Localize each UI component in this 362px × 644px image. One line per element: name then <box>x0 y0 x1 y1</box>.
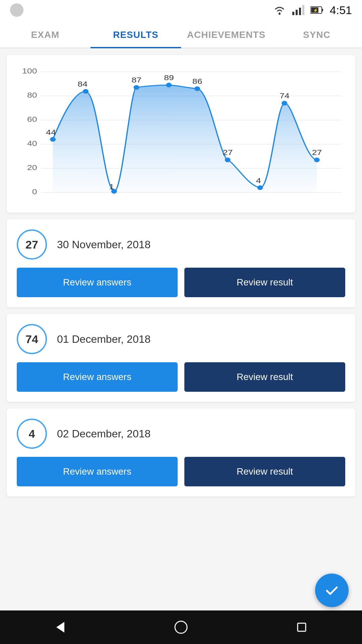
svg-point-22 <box>175 621 187 633</box>
status-bar: ⚡ 4:51 <box>0 0 362 20</box>
svg-text:0: 0 <box>32 187 37 196</box>
review-answers-button-0[interactable]: Review answers <box>17 268 178 297</box>
chart-container: 0 20 40 60 80 100 <box>17 65 345 206</box>
chart-label-8: 74 <box>280 92 290 100</box>
svg-text:80: 80 <box>27 91 37 99</box>
svg-rect-4 <box>302 5 304 15</box>
tab-achievements[interactable]: ACHIEVEMENTS <box>181 20 272 48</box>
review-answers-button-2[interactable]: Review answers <box>17 457 178 486</box>
main-content: 0 20 40 60 80 100 <box>0 48 362 543</box>
score-circle-1: 74 <box>17 324 47 354</box>
chart-label-5: 86 <box>192 77 202 85</box>
chart-point-6 <box>225 158 231 162</box>
chart-point-0 <box>50 137 56 142</box>
chart-label-3: 87 <box>131 76 141 84</box>
chart-point-7 <box>257 185 263 190</box>
review-result-button-2[interactable]: Review result <box>184 457 345 486</box>
back-icon <box>54 621 67 634</box>
signal-dot <box>10 3 23 17</box>
status-time: 4:51 <box>330 4 352 17</box>
chart-point-3 <box>133 85 139 90</box>
chart-label-9: 27 <box>312 148 322 156</box>
result-card-2: 4 02 December, 2018 Review answers Revie… <box>7 409 355 496</box>
result-buttons-0: Review answers Review result <box>17 268 345 297</box>
chart-point-5 <box>194 86 200 91</box>
fab-check[interactable] <box>315 574 349 607</box>
battery-icon: ⚡ <box>310 6 324 14</box>
svg-text:40: 40 <box>27 139 37 147</box>
result-header-1: 74 01 December, 2018 <box>17 324 345 354</box>
tab-exam[interactable]: EXAM <box>0 20 90 48</box>
chart-label-2: 1 <box>109 182 114 191</box>
chart-label-0: 44 <box>46 128 56 136</box>
chart-point-8 <box>282 101 287 106</box>
chart-point-1 <box>83 89 88 94</box>
chart-card: 0 20 40 60 80 100 <box>7 55 355 213</box>
chart-label-4: 89 <box>164 73 174 82</box>
result-card-0: 27 30 November, 2018 Review answers Revi… <box>7 219 355 307</box>
review-result-button-1[interactable]: Review result <box>184 362 345 392</box>
svg-text:20: 20 <box>27 163 37 171</box>
svg-text:⚡: ⚡ <box>313 8 318 13</box>
svg-rect-2 <box>296 10 298 15</box>
back-button[interactable] <box>50 617 70 637</box>
svg-rect-6 <box>322 9 323 11</box>
result-buttons-1: Review answers Review result <box>17 362 345 392</box>
result-date-0: 30 November, 2018 <box>57 238 150 251</box>
home-icon <box>174 620 188 635</box>
svg-rect-3 <box>299 8 301 15</box>
wifi-icon <box>273 5 286 15</box>
chart-label-6: 27 <box>223 148 233 156</box>
result-header-0: 27 30 November, 2018 <box>17 229 345 260</box>
score-circle-0: 27 <box>17 229 47 260</box>
tab-results[interactable]: RESULTS <box>90 20 181 48</box>
review-answers-button-1[interactable]: Review answers <box>17 362 178 392</box>
chart-point-4 <box>166 83 172 88</box>
chart-label-7: 4 <box>256 176 261 184</box>
tab-sync[interactable]: SYNC <box>272 20 362 48</box>
check-icon <box>323 582 340 599</box>
review-result-button-0[interactable]: Review result <box>184 268 345 297</box>
result-header-2: 4 02 December, 2018 <box>17 419 345 449</box>
svg-text:100: 100 <box>22 67 37 75</box>
chart-label-1: 84 <box>77 80 87 88</box>
result-date-2: 02 December, 2018 <box>57 428 150 440</box>
result-date-1: 01 December, 2018 <box>57 333 150 345</box>
result-buttons-2: Review answers Review result <box>17 457 345 486</box>
svg-rect-1 <box>292 12 294 15</box>
line-chart: 0 20 40 60 80 100 <box>17 65 345 206</box>
top-nav: EXAM RESULTS ACHIEVEMENTS SYNC <box>0 20 362 48</box>
signal-icon <box>292 5 304 15</box>
recent-button[interactable] <box>292 617 312 637</box>
score-circle-2: 4 <box>17 419 47 449</box>
svg-text:60: 60 <box>27 115 37 123</box>
svg-point-0 <box>279 13 281 15</box>
recent-icon <box>296 621 308 633</box>
svg-rect-23 <box>298 623 306 631</box>
home-button[interactable] <box>171 617 191 637</box>
bottom-nav <box>0 610 362 644</box>
result-card-1: 74 01 December, 2018 Review answers Revi… <box>7 314 355 402</box>
chart-point-9 <box>314 158 320 162</box>
svg-marker-21 <box>56 622 64 633</box>
